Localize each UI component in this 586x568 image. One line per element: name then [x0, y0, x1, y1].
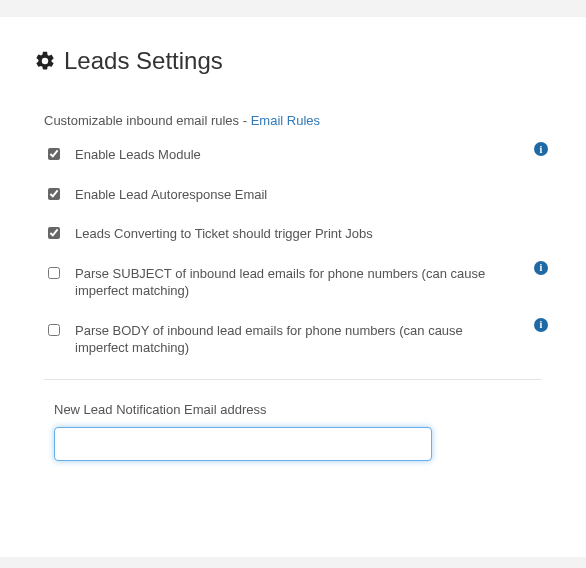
- settings-card: Leads Settings Customizable inbound emai…: [0, 17, 586, 557]
- intro-text: Customizable inbound email rules - Email…: [44, 113, 552, 128]
- notification-email-label: New Lead Notification Email address: [54, 402, 432, 417]
- info-icon[interactable]: i: [534, 261, 548, 275]
- info-icon[interactable]: i: [534, 142, 548, 156]
- checkbox-trigger-print-jobs[interactable]: [48, 227, 60, 239]
- notification-email-field: New Lead Notification Email address: [54, 402, 432, 461]
- label-trigger-print-jobs[interactable]: Leads Converting to Ticket should trigge…: [75, 225, 373, 243]
- label-parse-subject[interactable]: Parse SUBJECT of inbound lead emails for…: [75, 265, 492, 300]
- settings-list: Enable Leads Module i Enable Lead Autore…: [44, 146, 552, 357]
- setting-row-trigger-print-jobs: Leads Converting to Ticket should trigge…: [44, 225, 552, 243]
- setting-row-parse-subject: Parse SUBJECT of inbound lead emails for…: [44, 265, 552, 300]
- page-title: Leads Settings: [34, 47, 552, 75]
- label-parse-body[interactable]: Parse BODY of inbound lead emails for ph…: [75, 322, 492, 357]
- label-enable-autoresponse[interactable]: Enable Lead Autoresponse Email: [75, 186, 267, 204]
- checkbox-parse-subject[interactable]: [48, 267, 60, 279]
- checkbox-enable-leads[interactable]: [48, 148, 60, 160]
- intro-prefix: Customizable inbound email rules -: [44, 113, 251, 128]
- email-rules-link[interactable]: Email Rules: [251, 113, 320, 128]
- setting-row-enable-leads: Enable Leads Module i: [44, 146, 552, 164]
- info-icon[interactable]: i: [534, 318, 548, 332]
- page-title-text: Leads Settings: [64, 47, 223, 75]
- notification-email-input[interactable]: [54, 427, 432, 461]
- gear-icon: [34, 50, 56, 72]
- setting-row-parse-body: Parse BODY of inbound lead emails for ph…: [44, 322, 552, 357]
- setting-row-enable-autoresponse: Enable Lead Autoresponse Email: [44, 186, 552, 204]
- checkbox-parse-body[interactable]: [48, 324, 60, 336]
- checkbox-enable-autoresponse[interactable]: [48, 188, 60, 200]
- label-enable-leads[interactable]: Enable Leads Module: [75, 146, 201, 164]
- divider: [44, 379, 542, 380]
